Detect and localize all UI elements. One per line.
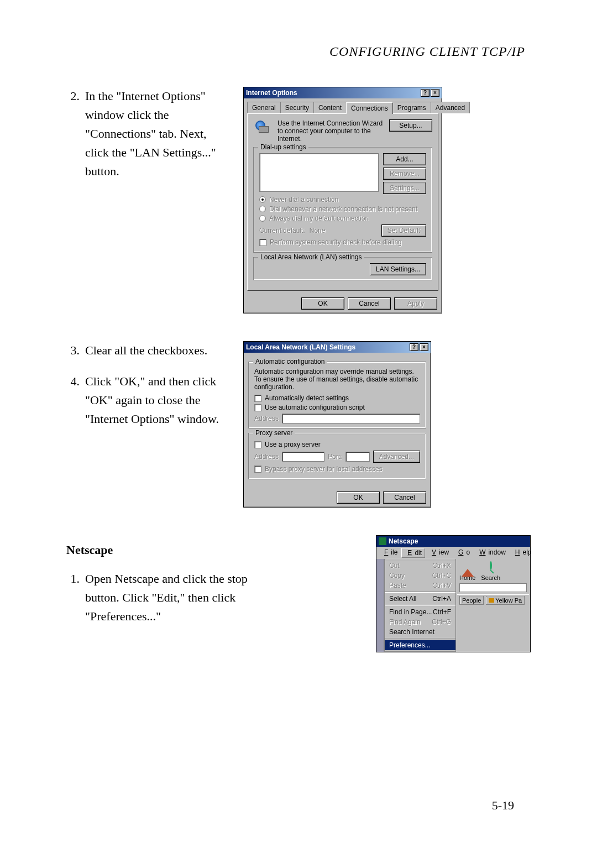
menu-item-find-again: Find AgainCtrl+G <box>385 617 455 627</box>
radio-never-dial: Never dial a connection <box>259 196 426 203</box>
tab-connections[interactable]: Connections <box>346 102 393 114</box>
menu-view[interactable]: View <box>426 548 452 558</box>
menu-item-select-all[interactable]: Select AllCtrl+A <box>385 594 455 604</box>
tab-programs[interactable]: Programs <box>392 102 431 113</box>
current-default-value: None <box>310 227 377 234</box>
menu-item-search-internet[interactable]: Search Internet <box>385 627 455 637</box>
step-text: Clear all the checkboxes. <box>85 341 227 360</box>
internet-options-dialog: Internet Options ? × General Security Co… <box>243 87 442 313</box>
tab-strip: General Security Content Connections Pro… <box>244 98 442 113</box>
ok-button[interactable]: OK <box>301 297 344 310</box>
search-icon <box>490 561 492 570</box>
menu-item-copy: CopyCtrl+C <box>385 571 455 581</box>
address-bar[interactable] <box>459 583 527 592</box>
dialup-legend: Dial-up settings <box>258 143 308 151</box>
connection-wizard-icon <box>253 119 271 135</box>
tab-security[interactable]: Security <box>280 102 314 113</box>
sidebar-grip[interactable] <box>376 559 384 652</box>
cancel-button[interactable]: Cancel <box>383 491 426 504</box>
close-icon[interactable]: × <box>420 343 428 351</box>
step-number: 3. <box>66 341 85 360</box>
dialog-title: Local Area Network (LAN) Settings <box>246 343 355 351</box>
step-text: Open Netscape and click the stop button.… <box>85 569 276 626</box>
step-number: 4. <box>66 372 85 428</box>
lan-settings-dialog: Local Area Network (LAN) Settings ? × Au… <box>243 341 431 508</box>
step-text: In the "Internet Options" window click t… <box>85 87 227 181</box>
step-text: Click "OK," and then click "OK" again to… <box>85 372 227 428</box>
proxy-port-input <box>345 452 370 462</box>
netscape-icon <box>379 537 386 545</box>
settings-button: Settings... <box>383 182 426 194</box>
edit-dropdown-menu: CutCtrl+X CopyCtrl+C PasteCtrl+V Select … <box>384 559 456 652</box>
book-icon <box>489 598 494 603</box>
menu-item-cut: CutCtrl+X <box>385 561 455 571</box>
remove-button: Remove... <box>383 168 426 180</box>
menu-help[interactable]: Help <box>510 548 535 558</box>
proxy-legend: Proxy server <box>253 429 295 437</box>
menu-item-preferences[interactable]: Preferences... <box>385 640 455 650</box>
use-proxy-checkbox[interactable]: Use a proxy server <box>254 441 420 448</box>
setup-button[interactable]: Setup... <box>389 119 432 132</box>
menu-edit[interactable]: Edit <box>401 548 425 558</box>
lan-settings-button[interactable]: LAN Settings... <box>370 263 426 275</box>
proxy-address-input <box>282 452 324 462</box>
running-head: CONFIGURING CLIENT TCP/IP <box>66 44 531 59</box>
radio-dial-when-no-net: Dial whenever a network connection is no… <box>259 205 426 213</box>
tab-advanced[interactable]: Advanced <box>431 102 470 113</box>
netscape-window: Netscape File Edit View Go Window Help <box>376 535 531 652</box>
current-default-label: Current default: <box>259 227 305 234</box>
menu-item-paste: PasteCtrl+V <box>385 581 455 590</box>
auto-script-checkbox[interactable]: Use automatic configuration script <box>254 404 420 411</box>
apply-button: Apply <box>394 297 437 310</box>
perform-check: Perform system security check before dia… <box>259 238 426 246</box>
dialup-list[interactable] <box>259 153 379 192</box>
window-title: Netscape <box>389 537 418 545</box>
toolbar-home[interactable]: Home <box>459 562 475 581</box>
add-button[interactable]: Add... <box>383 153 426 165</box>
bypass-proxy-checkbox: Bypass proxy server for local addresses <box>254 465 420 473</box>
menu-file[interactable]: File <box>379 548 400 558</box>
step-number: 1. <box>66 569 85 626</box>
lan-legend: Local Area Network (LAN) settings <box>258 253 364 261</box>
page-number: 5-19 <box>492 798 514 813</box>
cancel-button[interactable]: Cancel <box>348 297 391 310</box>
toolbar-search[interactable]: Search <box>481 562 500 581</box>
proxy-advanced-button: Advanced... <box>373 451 420 463</box>
set-default-button: Set Default <box>381 224 426 237</box>
address-label: Address <box>254 415 279 422</box>
menu-go[interactable]: Go <box>453 548 473 558</box>
tab-content[interactable]: Content <box>313 102 347 113</box>
help-icon[interactable]: ? <box>421 89 430 97</box>
tab-general[interactable]: General <box>247 102 281 113</box>
proxy-address-label: Address <box>254 453 279 461</box>
close-icon[interactable]: × <box>431 89 439 97</box>
auto-config-text: Automatic configuration may override man… <box>254 368 420 391</box>
auto-script-address-input <box>282 414 420 423</box>
netscape-heading: Netscape <box>66 541 276 560</box>
auto-config-legend: Automatic configuration <box>253 358 327 365</box>
link-people[interactable]: People <box>459 596 484 605</box>
menu-item-find[interactable]: Find in Page...Ctrl+F <box>385 607 455 617</box>
link-yellow-pages[interactable]: Yellow Pa <box>486 596 525 605</box>
menubar: File Edit View Go Window Help <box>376 547 530 559</box>
dialog-title: Internet Options <box>246 89 297 97</box>
auto-detect-checkbox[interactable]: Automatically detect settings <box>254 394 420 402</box>
radio-always-dial: Always dial my default connection <box>259 215 426 222</box>
wizard-text: Use the Internet Connection Wizard to co… <box>277 119 386 143</box>
ok-button[interactable]: OK <box>337 491 380 504</box>
step-number: 2. <box>66 87 85 181</box>
menu-window[interactable]: Window <box>474 548 509 558</box>
help-icon[interactable]: ? <box>410 343 418 351</box>
proxy-port-label: Port: <box>328 453 342 461</box>
